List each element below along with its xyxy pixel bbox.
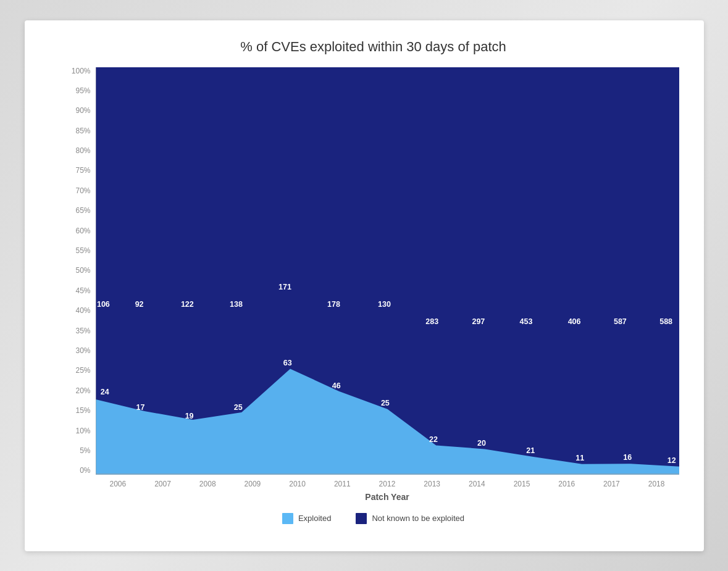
svg-text:63: 63 (283, 357, 291, 367)
legend-item-exploited: Exploited (282, 513, 331, 524)
x-axis-title: Patch Year (68, 492, 679, 502)
legend-item-not-exploited: Not known to be exploited (356, 513, 464, 524)
legend-label-exploited: Exploited (298, 514, 331, 523)
chart-svg: 24 17 19 25 63 46 25 22 20 21 11 16 12 (96, 67, 679, 475)
svg-text:297: 297 (472, 316, 485, 325)
legend-label-not-exploited: Not known to be exploited (372, 514, 464, 523)
svg-text:106: 106 (96, 299, 109, 308)
svg-text:46: 46 (332, 380, 340, 390)
svg-text:19: 19 (185, 411, 193, 420)
svg-text:406: 406 (567, 316, 580, 325)
svg-text:17: 17 (136, 402, 144, 411)
chart-area: 100% 95% 90% 85% 80% 75% 70% 65% 60% 55%… (68, 67, 679, 475)
legend-color-exploited (282, 513, 293, 524)
svg-text:20: 20 (477, 438, 486, 447)
svg-text:25: 25 (380, 398, 389, 407)
svg-text:283: 283 (425, 316, 438, 325)
svg-text:587: 587 (613, 316, 626, 325)
svg-text:130: 130 (378, 299, 391, 308)
svg-text:138: 138 (229, 299, 242, 308)
chart-container: % of CVEs exploited within 30 days of pa… (25, 20, 704, 551)
svg-text:25: 25 (233, 402, 242, 411)
legend: Exploited Not known to be exploited (68, 513, 679, 524)
svg-text:16: 16 (623, 452, 632, 461)
x-axis-labels: 2006 2007 2008 2009 2010 2011 2012 2013 … (68, 480, 679, 488)
svg-text:178: 178 (327, 299, 340, 308)
legend-color-not-exploited (356, 513, 367, 524)
svg-text:11: 11 (575, 452, 584, 462)
svg-text:22: 22 (429, 434, 438, 443)
svg-text:24: 24 (100, 386, 109, 396)
y-axis: 100% 95% 90% 85% 80% 75% 70% 65% 60% 55%… (68, 67, 96, 475)
svg-text:12: 12 (667, 455, 676, 464)
chart-title: % of CVEs exploited within 30 days of pa… (68, 39, 679, 55)
svg-text:92: 92 (135, 299, 143, 308)
svg-text:21: 21 (526, 445, 535, 454)
svg-text:588: 588 (659, 316, 672, 325)
svg-text:171: 171 (278, 281, 291, 291)
svg-text:453: 453 (519, 316, 532, 325)
svg-text:122: 122 (180, 299, 193, 308)
